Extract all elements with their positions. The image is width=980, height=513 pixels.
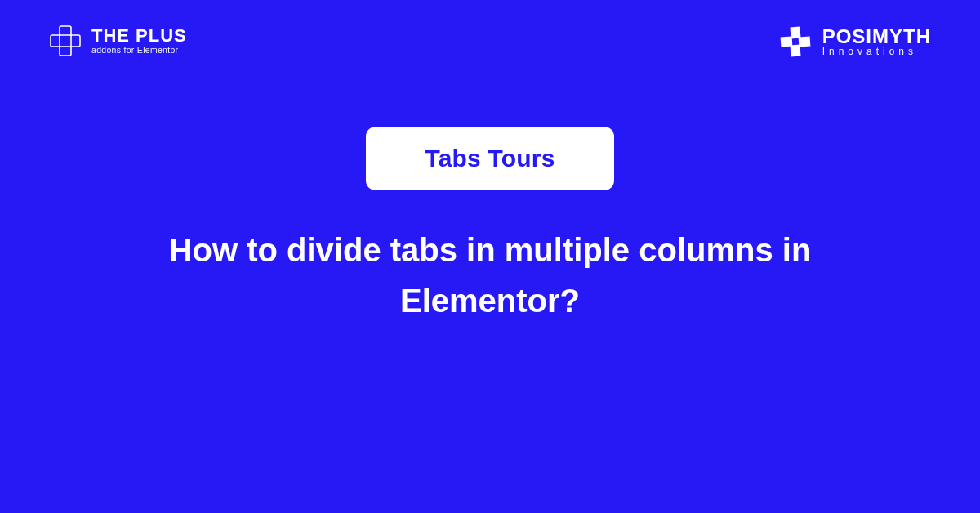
brand-left-text: THE PLUS addons for Elementor: [91, 26, 187, 56]
brand-right-title: POSIMYTH: [822, 26, 931, 47]
svg-rect-4: [798, 37, 810, 47]
brand-left: THE PLUS addons for Elementor: [49, 25, 187, 57]
brand-right-subtitle: Innovations: [822, 47, 931, 57]
plus-logo-icon: [49, 25, 82, 57]
svg-rect-5: [790, 45, 800, 57]
content: Tabs Tours How to divide tabs in multipl…: [0, 127, 980, 326]
brand-left-subtitle: addons for Elementor: [91, 46, 187, 56]
category-badge-label: Tabs Tours: [425, 145, 555, 172]
svg-rect-0: [60, 26, 71, 56]
svg-rect-1: [51, 35, 80, 47]
category-badge: Tabs Tours: [366, 127, 613, 190]
brand-left-title: THE PLUS: [91, 26, 187, 46]
posimyth-logo-icon: [778, 25, 813, 59]
brand-right: POSIMYTH Innovations: [778, 25, 931, 59]
header: THE PLUS addons for Elementor POSIMYTH I…: [0, 25, 980, 59]
brand-right-text: POSIMYTH Innovations: [822, 26, 931, 57]
headline: How to divide tabs in multiple columns i…: [131, 225, 849, 326]
